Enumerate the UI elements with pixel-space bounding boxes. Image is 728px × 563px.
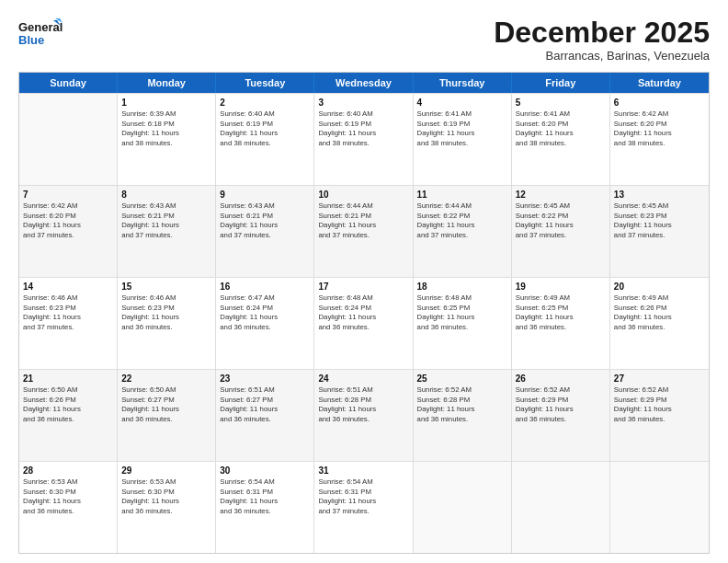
day-cell-1: 1Sunrise: 6:39 AMSunset: 6:18 PMDaylight…	[118, 94, 216, 185]
day-number: 9	[220, 189, 310, 201]
day-number: 28	[23, 465, 113, 477]
day-number: 1	[121, 97, 211, 109]
day-cell-3: 3Sunrise: 6:40 AMSunset: 6:19 PMDaylight…	[314, 94, 413, 185]
logo: General Blue	[18, 17, 64, 53]
day-number: 3	[318, 97, 408, 109]
day-number: 2	[220, 97, 310, 109]
day-cell-18: 18Sunrise: 6:48 AMSunset: 6:25 PMDayligh…	[414, 278, 512, 369]
day-info: Sunrise: 6:53 AMSunset: 6:30 PMDaylight:…	[121, 477, 211, 516]
day-number: 16	[220, 281, 310, 293]
day-cell-25: 25Sunrise: 6:52 AMSunset: 6:28 PMDayligh…	[414, 370, 512, 461]
day-number: 22	[121, 373, 211, 385]
day-info: Sunrise: 6:42 AMSunset: 6:20 PMDaylight:…	[23, 201, 113, 240]
day-number: 11	[417, 189, 507, 201]
day-cell-7: 7Sunrise: 6:42 AMSunset: 6:20 PMDaylight…	[19, 186, 118, 277]
day-cell-31: 31Sunrise: 6:54 AMSunset: 6:31 PMDayligh…	[314, 462, 413, 553]
day-number: 12	[516, 189, 606, 201]
day-number: 30	[220, 465, 310, 477]
day-info: Sunrise: 6:45 AMSunset: 6:23 PMDaylight:…	[614, 201, 705, 240]
day-info: Sunrise: 6:45 AMSunset: 6:22 PMDaylight:…	[516, 201, 606, 240]
day-cell-19: 19Sunrise: 6:49 AMSunset: 6:25 PMDayligh…	[512, 278, 610, 369]
day-info: Sunrise: 6:46 AMSunset: 6:23 PMDaylight:…	[121, 293, 211, 332]
day-info: Sunrise: 6:51 AMSunset: 6:27 PMDaylight:…	[220, 385, 310, 424]
day-cell-13: 13Sunrise: 6:45 AMSunset: 6:23 PMDayligh…	[610, 186, 709, 277]
day-info: Sunrise: 6:42 AMSunset: 6:20 PMDaylight:…	[614, 109, 705, 148]
day-cell-4: 4Sunrise: 6:41 AMSunset: 6:19 PMDaylight…	[414, 94, 512, 185]
empty-cell-4-6	[610, 462, 709, 553]
day-cell-17: 17Sunrise: 6:48 AMSunset: 6:24 PMDayligh…	[314, 278, 413, 369]
day-cell-12: 12Sunrise: 6:45 AMSunset: 6:22 PMDayligh…	[512, 186, 610, 277]
day-number: 23	[220, 373, 310, 385]
calendar: SundayMondayTuesdayWednesdayThursdayFrid…	[18, 72, 710, 554]
day-cell-20: 20Sunrise: 6:49 AMSunset: 6:26 PMDayligh…	[610, 278, 709, 369]
day-cell-28: 28Sunrise: 6:53 AMSunset: 6:30 PMDayligh…	[19, 462, 118, 553]
day-cell-21: 21Sunrise: 6:50 AMSunset: 6:26 PMDayligh…	[19, 370, 118, 461]
day-info: Sunrise: 6:53 AMSunset: 6:30 PMDaylight:…	[23, 477, 113, 516]
calendar-row-2: 7Sunrise: 6:42 AMSunset: 6:20 PMDaylight…	[19, 185, 709, 277]
day-number: 21	[23, 373, 113, 385]
day-info: Sunrise: 6:52 AMSunset: 6:29 PMDaylight:…	[614, 385, 705, 424]
day-number: 29	[121, 465, 211, 477]
header-day-saturday: Saturday	[610, 73, 709, 93]
day-cell-10: 10Sunrise: 6:44 AMSunset: 6:21 PMDayligh…	[314, 186, 413, 277]
header-day-monday: Monday	[118, 73, 216, 93]
day-number: 17	[318, 281, 408, 293]
day-number: 18	[417, 281, 507, 293]
day-cell-27: 27Sunrise: 6:52 AMSunset: 6:29 PMDayligh…	[610, 370, 709, 461]
day-info: Sunrise: 6:50 AMSunset: 6:26 PMDaylight:…	[23, 385, 113, 424]
day-info: Sunrise: 6:48 AMSunset: 6:25 PMDaylight:…	[417, 293, 507, 332]
day-cell-30: 30Sunrise: 6:54 AMSunset: 6:31 PMDayligh…	[216, 462, 314, 553]
empty-cell-0-0	[19, 94, 118, 185]
day-cell-6: 6Sunrise: 6:42 AMSunset: 6:20 PMDaylight…	[610, 94, 709, 185]
day-cell-26: 26Sunrise: 6:52 AMSunset: 6:29 PMDayligh…	[512, 370, 610, 461]
calendar-row-3: 14Sunrise: 6:46 AMSunset: 6:23 PMDayligh…	[19, 277, 709, 369]
calendar-page: General Blue December 2025 Barrancas, Ba…	[0, 0, 728, 563]
day-number: 13	[614, 189, 705, 201]
day-cell-29: 29Sunrise: 6:53 AMSunset: 6:30 PMDayligh…	[118, 462, 216, 553]
day-number: 10	[318, 189, 408, 201]
day-cell-15: 15Sunrise: 6:46 AMSunset: 6:23 PMDayligh…	[118, 278, 216, 369]
day-info: Sunrise: 6:41 AMSunset: 6:19 PMDaylight:…	[417, 109, 507, 148]
title-block: December 2025 Barrancas, Barinas, Venezu…	[494, 17, 710, 63]
day-info: Sunrise: 6:52 AMSunset: 6:28 PMDaylight:…	[417, 385, 507, 424]
day-cell-16: 16Sunrise: 6:47 AMSunset: 6:24 PMDayligh…	[216, 278, 314, 369]
day-cell-2: 2Sunrise: 6:40 AMSunset: 6:19 PMDaylight…	[216, 94, 314, 185]
day-info: Sunrise: 6:50 AMSunset: 6:27 PMDaylight:…	[121, 385, 211, 424]
day-number: 6	[614, 97, 705, 109]
empty-cell-4-4	[414, 462, 512, 553]
day-number: 15	[121, 281, 211, 293]
day-number: 7	[23, 189, 113, 201]
day-number: 8	[121, 189, 211, 201]
calendar-header: SundayMondayTuesdayWednesdayThursdayFrid…	[19, 73, 709, 93]
day-info: Sunrise: 6:54 AMSunset: 6:31 PMDaylight:…	[220, 477, 310, 516]
month-title: December 2025	[494, 17, 710, 49]
day-info: Sunrise: 6:47 AMSunset: 6:24 PMDaylight:…	[220, 293, 310, 332]
day-number: 4	[417, 97, 507, 109]
day-cell-23: 23Sunrise: 6:51 AMSunset: 6:27 PMDayligh…	[216, 370, 314, 461]
header-day-thursday: Thursday	[414, 73, 512, 93]
page-header: General Blue December 2025 Barrancas, Ba…	[18, 17, 710, 63]
day-cell-22: 22Sunrise: 6:50 AMSunset: 6:27 PMDayligh…	[118, 370, 216, 461]
header-day-sunday: Sunday	[19, 73, 118, 93]
day-number: 5	[516, 97, 606, 109]
day-info: Sunrise: 6:41 AMSunset: 6:20 PMDaylight:…	[516, 109, 606, 148]
day-info: Sunrise: 6:48 AMSunset: 6:24 PMDaylight:…	[318, 293, 408, 332]
day-cell-24: 24Sunrise: 6:51 AMSunset: 6:28 PMDayligh…	[314, 370, 413, 461]
day-info: Sunrise: 6:46 AMSunset: 6:23 PMDaylight:…	[23, 293, 113, 332]
day-number: 24	[318, 373, 408, 385]
day-cell-9: 9Sunrise: 6:43 AMSunset: 6:21 PMDaylight…	[216, 186, 314, 277]
day-cell-8: 8Sunrise: 6:43 AMSunset: 6:21 PMDaylight…	[118, 186, 216, 277]
day-info: Sunrise: 6:49 AMSunset: 6:26 PMDaylight:…	[614, 293, 705, 332]
day-info: Sunrise: 6:52 AMSunset: 6:29 PMDaylight:…	[516, 385, 606, 424]
day-number: 20	[614, 281, 705, 293]
day-cell-11: 11Sunrise: 6:44 AMSunset: 6:22 PMDayligh…	[414, 186, 512, 277]
calendar-row-4: 21Sunrise: 6:50 AMSunset: 6:26 PMDayligh…	[19, 369, 709, 461]
calendar-body: 1Sunrise: 6:39 AMSunset: 6:18 PMDaylight…	[19, 93, 709, 553]
day-info: Sunrise: 6:54 AMSunset: 6:31 PMDaylight:…	[318, 477, 408, 516]
empty-cell-4-5	[512, 462, 610, 553]
day-info: Sunrise: 6:51 AMSunset: 6:28 PMDaylight:…	[318, 385, 408, 424]
day-info: Sunrise: 6:39 AMSunset: 6:18 PMDaylight:…	[121, 109, 211, 148]
calendar-row-1: 1Sunrise: 6:39 AMSunset: 6:18 PMDaylight…	[19, 93, 709, 185]
svg-text:Blue: Blue	[18, 33, 44, 47]
day-cell-5: 5Sunrise: 6:41 AMSunset: 6:20 PMDaylight…	[512, 94, 610, 185]
